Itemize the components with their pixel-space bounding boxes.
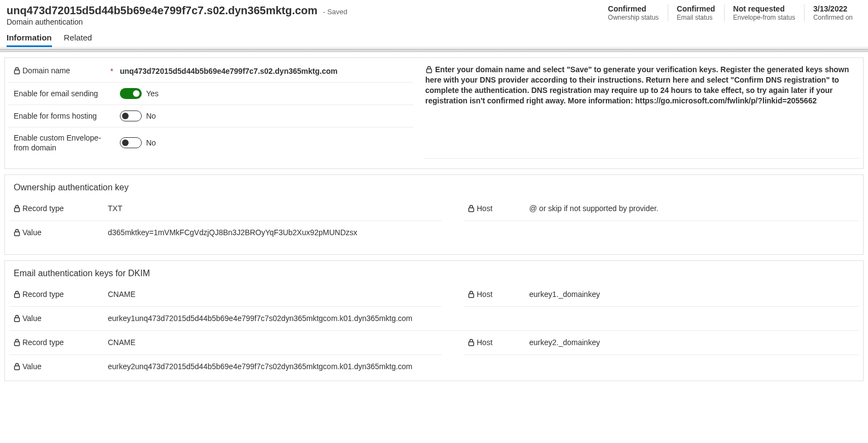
lock-icon: [468, 289, 474, 300]
row-enable-envelope: Enable custom Envelope-from domain No: [8, 127, 413, 158]
toggle-enable-forms-text: No: [146, 112, 156, 120]
page-title: unq473d72015d5d44b5b69e4e799f7c7.s02.dyn…: [7, 4, 317, 16]
status-summary: Confirmed Ownership status Confirmed Ema…: [599, 4, 861, 21]
enable-envelope-label: Enable custom Envelope-from domain: [14, 133, 101, 153]
lock-icon: [14, 66, 20, 77]
tab-underline: [0, 47, 868, 48]
ownership-section: Ownership authentication key Record type…: [4, 174, 864, 255]
status-email: Confirmed Email status: [668, 4, 724, 21]
lock-icon: [14, 203, 20, 214]
page-header: unq473d72015d5d44b5b69e4e799f7c7.s02.dyn…: [0, 0, 868, 26]
lock-icon: [14, 362, 20, 372]
tab-information[interactable]: Information: [7, 33, 52, 47]
dkim-value-2: eurkey2unq473d72015d5d44b5b69e4e799f7c7s…: [108, 362, 854, 371]
entity-name: Domain authentication: [7, 18, 348, 26]
general-section: Domain name * unq473d72015d5d44b5b69e4e7…: [4, 57, 864, 169]
ownership-record-type: TXT: [108, 204, 437, 213]
enable-email-label: Enable for email sending: [14, 89, 98, 98]
dkim-record-type-row-1: Record type CNAME: [9, 283, 442, 307]
dkim-section: Email authentication keys for DKIM Recor…: [4, 260, 864, 381]
lock-icon: [14, 337, 20, 348]
toggle-enable-forms[interactable]: [120, 110, 142, 121]
row-enable-email: Enable for email sending Yes: [8, 83, 413, 105]
tab-related[interactable]: Related: [64, 33, 92, 47]
dkim-record-type-2: CNAME: [108, 338, 437, 347]
toggle-enable-email-text: Yes: [146, 89, 159, 98]
ownership-host: @ or skip if not supported by provider.: [529, 204, 854, 213]
row-domain-name: Domain name * unq473d72015d5d44b5b69e4e7…: [8, 62, 413, 83]
dkim-value-1: eurkey1unq473d72015d5d44b5b69e4e799f7c7s…: [108, 314, 854, 323]
lock-icon: [14, 228, 20, 238]
lock-icon: [14, 313, 20, 324]
lock-icon: [14, 289, 20, 300]
status-ownership: Confirmed Ownership status: [599, 4, 668, 21]
dkim-host-2: eurkey2._domainkey: [529, 338, 854, 347]
domain-name-label: Domain name: [22, 66, 70, 75]
ownership-value: d365mktkey=1mVMkFCgVdzjQJ8Bn3J2BROyYqF3U…: [108, 228, 854, 237]
ownership-record-type-row: Record type TXT: [9, 197, 442, 221]
toggle-enable-envelope[interactable]: [120, 137, 142, 148]
lock-icon: [468, 337, 474, 348]
ownership-host-row: Host @ or skip if not supported by provi…: [464, 197, 859, 221]
ownership-heading: Ownership authentication key: [5, 179, 863, 197]
lock-icon: [425, 65, 433, 73]
tab-bar: Information Related: [0, 26, 868, 47]
toggle-enable-envelope-text: No: [146, 138, 156, 147]
dkim-host-row-1: Host eurkey1._domainkey: [464, 283, 859, 307]
dkim-heading: Email authentication keys for DKIM: [5, 265, 863, 283]
info-banner: Enter your domain name and select "Save"…: [424, 62, 860, 159]
saved-indicator: - Saved: [323, 8, 348, 16]
domain-name-value: unq473d72015d5d44b5b69e4e799f7c7.s02.dyn…: [120, 67, 408, 75]
ownership-value-row: Value d365mktkey=1mVMkFCgVdzjQJ8Bn3J2BRO…: [9, 221, 859, 244]
enable-forms-label: Enable for forms hosting: [14, 111, 97, 121]
dkim-host-row-2: Host eurkey2._domainkey: [464, 331, 859, 355]
toggle-enable-email[interactable]: [120, 88, 142, 99]
lock-icon: [468, 203, 474, 214]
status-confirmed-on: 3/13/2022 Confirmed on: [804, 4, 861, 21]
required-indicator: *: [108, 66, 113, 76]
dkim-host-1: eurkey1._domainkey: [529, 290, 854, 299]
divider-bar: [0, 49, 868, 52]
status-envelope: Not requested Envelope-from status: [724, 4, 804, 21]
dkim-value-row-2: Value eurkey2unq473d72015d5d44b5b69e4e79…: [9, 355, 859, 378]
dkim-value-row-1: Value eurkey1unq473d72015d5d44b5b69e4e79…: [9, 307, 859, 331]
row-enable-forms: Enable for forms hosting No: [8, 105, 413, 127]
dkim-record-type-1: CNAME: [108, 290, 437, 299]
dkim-record-type-row-2: Record type CNAME: [9, 331, 442, 355]
